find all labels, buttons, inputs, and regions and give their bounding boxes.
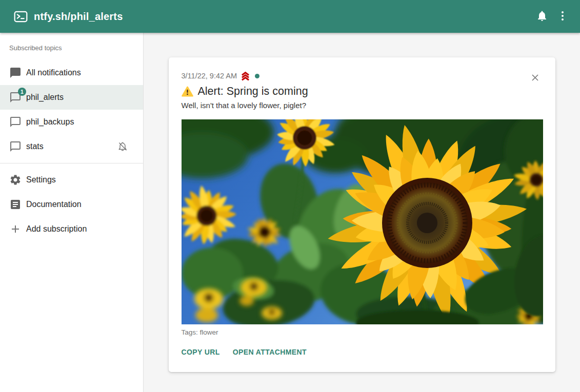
chat-bubble-outline-icon (9, 140, 22, 153)
sidebar-item-label: Settings (26, 175, 135, 184)
main-content: 3/11/22, 9:42 AM (144, 33, 580, 392)
sidebar-item-all-notifications[interactable]: All notifications (0, 60, 143, 85)
attachment-image[interactable] (182, 119, 543, 324)
sidebar-item-stats[interactable]: stats (0, 134, 143, 159)
chat-bubble-filled-icon (9, 67, 22, 79)
sidebar-item-label: phil_backups (26, 117, 135, 127)
app-title: ntfy.sh/phil_alerts (34, 11, 123, 23)
notifications-muted-icon (117, 141, 128, 152)
plus-icon (9, 223, 22, 235)
notification-title: Alert: Spring is coming (198, 84, 308, 98)
close-notification-button[interactable] (527, 70, 544, 87)
chat-bubble-outline-icon: 1 (9, 91, 22, 104)
notification-tags: Tags: flower (182, 328, 543, 337)
sidebar-item-label: Add subscription (26, 224, 135, 234)
terminal-icon[interactable] (13, 9, 28, 24)
sidebar-item-settings[interactable]: Settings (0, 168, 143, 192)
notification-timestamp: 3/11/22, 9:42 AM (182, 72, 237, 80)
close-icon (530, 72, 541, 85)
ntfy-app: ntfy.sh/phil_alerts Subscribed topics (0, 0, 580, 392)
warning-emoji-icon (182, 86, 193, 97)
sidebar-item-label: stats (26, 142, 117, 151)
sidebar-item-label: Documentation (26, 200, 135, 209)
priority-max-icon (240, 71, 251, 81)
topics-list: All notifications 1 phil_alerts phil_b (0, 60, 143, 159)
article-icon (9, 198, 22, 211)
sidebar-item-label: phil_alerts (26, 93, 135, 102)
sidebar-item-phil-alerts[interactable]: 1 phil_alerts (0, 85, 143, 110)
sidebar-divider (0, 163, 143, 163)
subscribed-topics-label: Subscribed topics (0, 44, 143, 52)
notification-actions: COPY URL OPEN ATTACHMENT (177, 344, 543, 360)
sidebar-item-label: All notifications (26, 68, 135, 77)
sidebar-menu: Settings Documentation Add subscription (0, 168, 143, 241)
gear-icon (9, 174, 22, 186)
chat-bubble-outline-icon (9, 116, 22, 128)
notification-meta-row: 3/11/22, 9:42 AM (182, 71, 543, 81)
open-attachment-button[interactable]: OPEN ATTACHMENT (229, 344, 311, 360)
sidebar: Subscribed topics All notifications 1 ph (0, 33, 144, 392)
unread-dot-icon (255, 74, 259, 78)
unread-count-badge: 1 (18, 88, 26, 96)
notification-title-row: Alert: Spring is coming (182, 84, 543, 98)
copy-url-button[interactable]: COPY URL (177, 344, 224, 360)
kebab-menu-icon (556, 10, 569, 24)
notification-card: 3/11/22, 9:42 AM (169, 57, 555, 372)
app-bar: ntfy.sh/phil_alerts (0, 0, 580, 33)
notification-body: Well, isn't that a lovely flower, piglet… (182, 100, 543, 110)
sidebar-item-add-subscription[interactable]: Add subscription (0, 217, 143, 241)
sunflower-photo (182, 119, 543, 324)
notifications-bell-button[interactable] (532, 6, 552, 27)
sidebar-item-documentation[interactable]: Documentation (0, 192, 143, 217)
notifications-bell-icon (536, 10, 548, 24)
sidebar-item-phil-backups[interactable]: phil_backups (0, 110, 143, 134)
overflow-menu-button[interactable] (552, 6, 573, 27)
